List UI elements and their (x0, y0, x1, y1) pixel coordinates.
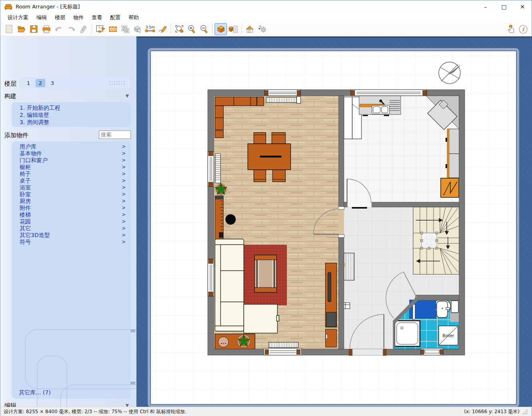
open-button[interactable] (15, 23, 28, 35)
category-bedroom[interactable]: 卧室> (12, 191, 131, 198)
zoom-fit-icon (175, 24, 184, 34)
save-button[interactable] (28, 23, 40, 35)
radiator-hallway[interactable] (344, 253, 354, 280)
format-brush-button[interactable] (77, 23, 90, 35)
kitchen-sink-counter[interactable] (359, 96, 401, 116)
new-button[interactable] (3, 23, 15, 35)
kitchen-right-units[interactable] (446, 129, 459, 178)
category-chairs[interactable]: 椅子> (12, 171, 131, 177)
new-document-icon (4, 24, 14, 34)
chevron-right-icon: > (122, 191, 126, 198)
select-objects-button[interactable] (119, 23, 131, 35)
redo-button[interactable] (65, 23, 77, 35)
staircase[interactable] (413, 207, 459, 274)
chevron-right-icon: > (122, 164, 126, 171)
zoom-in-button[interactable] (185, 23, 198, 35)
undo-button[interactable] (52, 23, 65, 35)
radiator-top[interactable] (266, 96, 301, 103)
kitchen-appliance[interactable] (441, 178, 459, 197)
chaise (244, 304, 277, 333)
menu-bar: 设计方案 编辑 楼层 物件 查看 配置 帮助 (0, 13, 532, 22)
floors-drag-handle[interactable] (108, 80, 124, 86)
svg-text:3D: 3D (251, 26, 255, 29)
step-adjust-rooms-link[interactable]: 3. 房间调整 (20, 119, 131, 126)
drying-rack[interactable] (215, 154, 221, 183)
info-icon: i (518, 24, 528, 34)
category-bathroom[interactable]: 浴室> (12, 184, 131, 191)
towel-rail[interactable] (413, 304, 415, 320)
zoom-fit-button[interactable] (173, 23, 185, 35)
menu-floors[interactable]: 楼层 (51, 13, 69, 22)
measure-button[interactable]: 3.5m (144, 23, 156, 35)
other-libraries-link[interactable]: 其它库... (7) (19, 389, 51, 396)
category-other[interactable]: 其它> (12, 225, 131, 232)
menu-config[interactable]: 配置 (106, 13, 124, 22)
draw-button[interactable] (156, 23, 169, 35)
menu-view[interactable]: 查看 (88, 13, 106, 22)
menu-help[interactable]: 帮助 (124, 13, 143, 22)
floor-button-3[interactable]: 3 (48, 79, 57, 87)
toolbar-separator (212, 24, 213, 34)
object-3d-button[interactable] (131, 23, 144, 35)
toolbar-separator (241, 24, 242, 34)
category-kitchen[interactable]: 厨房> (12, 198, 131, 205)
category-tables[interactable]: 桌子> (12, 177, 131, 184)
about-button[interactable]: i (517, 23, 529, 35)
category-stairs[interactable]: 楼梯> (12, 211, 131, 218)
floor-plan[interactable]: Boiler (137, 38, 532, 408)
edit-collapse-icon[interactable]: ▼ (126, 403, 129, 407)
maximize-button[interactable]: □ (495, 0, 513, 13)
zoom-out-button[interactable] (198, 23, 210, 35)
tv-cabinet[interactable] (325, 263, 337, 347)
category-symbols[interactable]: 符号> (12, 239, 131, 245)
print-button[interactable] (40, 23, 52, 35)
category-doors-windows[interactable]: 门口和窗户> (12, 157, 131, 164)
radiator-bottom[interactable] (269, 342, 298, 348)
step-edit-walls-link[interactable]: 2. 编辑墙壁 (20, 111, 131, 119)
category-accessories[interactable]: 附件> (12, 205, 131, 211)
chevron-right-icon: > (122, 177, 126, 184)
category-other-3d[interactable]: 其它3D造型> (12, 232, 131, 239)
chevron-right-icon: > (122, 143, 126, 150)
stool[interactable] (225, 214, 236, 225)
category-basic-objects[interactable]: 基本物件> (12, 150, 131, 157)
view-3d-objects-button[interactable] (215, 23, 227, 35)
boiler[interactable]: Boiler (439, 326, 458, 345)
object-list-button[interactable] (227, 23, 239, 35)
measure-icon: 3.5m (145, 24, 156, 34)
shower-tray[interactable] (395, 321, 420, 346)
walkthrough-spray-icon (257, 24, 268, 34)
wall-editor-button[interactable] (106, 23, 119, 35)
close-button[interactable]: ✕ (513, 0, 532, 13)
search-input[interactable] (99, 131, 131, 139)
sidebar: 楼层 1 2 3 构建 ▼ 1. 开始新的工程 2. 编辑墙壁 3. 房间调整 … (0, 36, 137, 407)
category-garden[interactable]: 花园> (12, 218, 131, 225)
category-cabinets[interactable]: 橱柜> (12, 164, 131, 171)
step-new-project-link[interactable]: 1. 开始新的工程 (20, 104, 131, 111)
coffee-table[interactable] (255, 255, 277, 292)
menu-edit[interactable]: 编辑 (32, 13, 51, 22)
box-cursor-icon (133, 24, 143, 34)
window-left-upper (208, 151, 214, 187)
walkthrough-button[interactable] (256, 23, 269, 35)
kitchen-tall-units[interactable] (344, 97, 361, 139)
touch-mode-button[interactable] (504, 23, 517, 35)
category-user-library[interactable]: 用户库> (12, 143, 131, 150)
washbasin[interactable] (437, 301, 450, 318)
drawing-workspace[interactable]: Boiler (137, 36, 532, 407)
chevron-right-icon: > (122, 218, 126, 225)
floor-button-2[interactable]: 2 (36, 79, 45, 87)
hall-shelf[interactable] (343, 303, 350, 309)
toolbar-separator (92, 24, 92, 34)
chevron-right-icon: > (122, 211, 126, 218)
menu-objects[interactable]: 物件 (69, 13, 88, 22)
build-collapse-icon[interactable]: ▼ (126, 93, 129, 98)
resize-grip-icon[interactable] (523, 410, 528, 414)
minimize-button[interactable]: – (476, 0, 495, 13)
save-icon (29, 24, 39, 34)
plan-editor-button[interactable] (94, 23, 106, 35)
house-3d-button[interactable]: 3D (244, 23, 256, 35)
floor-button-1[interactable]: 1 (24, 79, 33, 87)
chevron-right-icon: > (122, 232, 126, 239)
menu-design[interactable]: 设计方案 (4, 13, 32, 22)
